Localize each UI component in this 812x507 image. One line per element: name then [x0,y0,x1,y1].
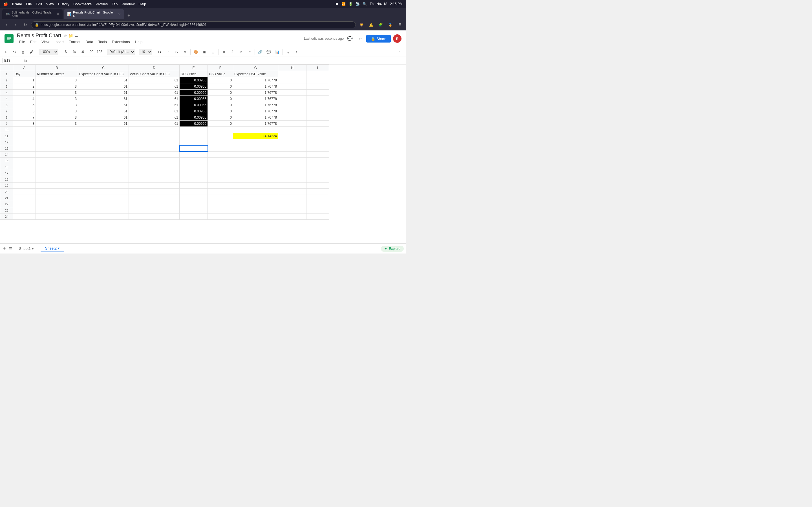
cell-a7[interactable]: 6 [13,108,36,114]
cell-d16[interactable] [129,164,180,170]
cell-e6[interactable]: 0.00966 [180,102,208,108]
row-num-23[interactable]: 23 [0,207,13,214]
cell-e18[interactable] [180,176,208,182]
browser-tab-sheets[interactable]: 📊 Rentals Profit Chart - Google S ✕ [64,9,124,19]
cell-c5[interactable]: 61 [78,96,129,102]
cell-f11[interactable] [208,133,233,139]
cell-g17[interactable] [233,170,278,176]
cell-g6[interactable]: 1.76778 [233,102,278,108]
cloud-icon[interactable]: ☁ [74,34,78,38]
comment-button[interactable]: 💬 [346,35,354,43]
row-num-3[interactable]: 3 [0,83,13,90]
col-header-e[interactable]: E [180,65,208,71]
row-num-9[interactable]: 9 [0,121,13,127]
menu-extensions[interactable]: Extensions [110,39,132,45]
cell-a2[interactable]: 1 [13,77,36,83]
cell-g16[interactable] [233,164,278,170]
row-num-16[interactable]: 16 [0,164,13,170]
currency-button[interactable]: $ [62,48,69,55]
cell-g7[interactable]: 1.76778 [233,108,278,114]
row-num-6[interactable]: 6 [0,102,13,108]
cell-a14[interactable] [13,152,36,158]
cell-i13[interactable] [306,145,329,152]
cell-h18[interactable] [278,176,306,182]
cell-c6[interactable]: 61 [78,102,129,108]
cell-h20[interactable] [278,189,306,195]
cell-g22[interactable] [233,201,278,207]
cell-h10[interactable] [278,127,306,133]
cell-g24[interactable] [233,214,278,220]
cell-e13[interactable] [180,145,208,152]
spreadsheet-container[interactable]: A B C D E F G H I 1 Day Number of Chests [0,64,406,243]
cell-c1[interactable]: Expected Chest Value in DEC [78,71,129,77]
cell-c22[interactable] [78,201,129,207]
menu-bookmarks[interactable]: Bookmarks [73,2,92,6]
row-num-21[interactable]: 21 [0,195,13,201]
cell-d6[interactable]: 61 [129,102,180,108]
cell-f7[interactable]: 0 [208,108,233,114]
menu-format[interactable]: Format [66,39,83,45]
cell-a11[interactable] [13,133,36,139]
cell-a5[interactable]: 4 [13,96,36,102]
cell-g11[interactable]: 14.14224 [233,133,278,139]
cell-i4[interactable] [306,90,329,96]
row-num-18[interactable]: 18 [0,176,13,182]
row-num-19[interactable]: 19 [0,182,13,189]
row-num-15[interactable]: 15 [0,158,13,164]
cell-g9[interactable]: 1.76778 [233,121,278,127]
cell-a15[interactable] [13,158,36,164]
cell-e21[interactable] [180,195,208,201]
cell-b22[interactable] [36,201,78,207]
cell-c7[interactable]: 61 [78,108,129,114]
cell-f6[interactable]: 0 [208,102,233,108]
cell-h24[interactable] [278,214,306,220]
cell-e16[interactable] [180,164,208,170]
cell-d18[interactable] [129,176,180,182]
menu-help[interactable]: Help [133,39,145,45]
cell-f8[interactable]: 0 [208,114,233,121]
cell-e12[interactable] [180,139,208,145]
cell-g1[interactable]: Expected USD Value [233,71,278,77]
cell-c18[interactable] [78,176,129,182]
cell-c14[interactable] [78,152,129,158]
decimal-inc-button[interactable]: .00 [87,48,95,55]
cell-h3[interactable] [278,83,306,90]
extensions-icon[interactable]: 🧩 [377,21,385,29]
apple-menu[interactable]: 🍎 [3,2,8,6]
cell-g3[interactable]: 1.76778 [233,83,278,90]
cell-c9[interactable]: 61 [78,121,129,127]
cell-d20[interactable] [129,189,180,195]
cell-c17[interactable] [78,170,129,176]
cell-c3[interactable]: 61 [78,83,129,90]
cell-a22[interactable] [13,201,36,207]
menu-tools[interactable]: Tools [96,39,109,45]
cell-a13[interactable] [13,145,36,152]
cell-g15[interactable] [233,158,278,164]
tab-close-splinterlands[interactable]: ✕ [57,12,59,16]
cell-a4[interactable]: 3 [13,90,36,96]
cell-f1[interactable]: USD Value [208,71,233,77]
cell-h6[interactable] [278,102,306,108]
merge-button[interactable]: ⊟ [209,48,216,55]
cell-f12[interactable] [208,139,233,145]
paint-format-button[interactable]: 🖌 [28,48,35,55]
cell-b16[interactable] [36,164,78,170]
cell-g19[interactable] [233,182,278,189]
cell-g2[interactable]: 1.76778 [233,77,278,83]
sheets-list-button[interactable]: ☰ [9,246,12,251]
cell-h2[interactable] [278,77,306,83]
cell-d7[interactable]: 61 [129,108,180,114]
history-button[interactable]: ↩ [356,35,364,43]
cell-b7[interactable]: 3 [36,108,78,114]
percent-button[interactable]: % [70,48,78,55]
col-header-g[interactable]: G [233,65,278,71]
bold-button[interactable]: B [156,48,163,55]
cell-e22[interactable] [180,201,208,207]
cell-g14[interactable] [233,152,278,158]
cell-a21[interactable] [13,195,36,201]
forward-button[interactable]: › [12,21,20,29]
italic-button[interactable]: I [164,48,172,55]
cell-g5[interactable]: 1.76778 [233,96,278,102]
cell-c23[interactable] [78,207,129,214]
chart-button[interactable]: 📊 [273,48,281,55]
